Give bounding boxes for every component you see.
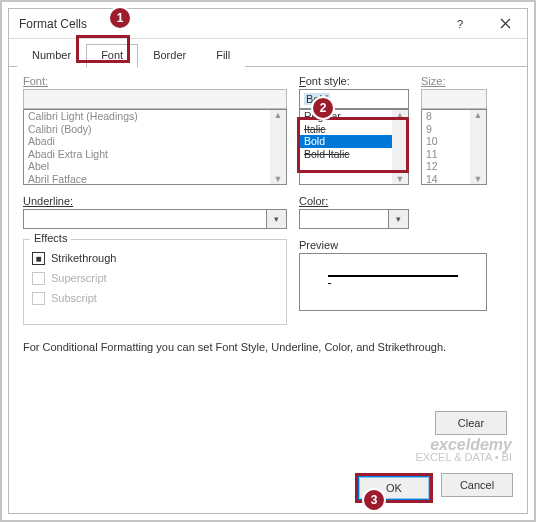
annotation-badge: 1 bbox=[108, 6, 132, 30]
font-input bbox=[23, 89, 287, 109]
titlebar: Format Cells ? bbox=[9, 9, 527, 39]
effects-label: Effects bbox=[30, 232, 71, 244]
format-cells-dialog: Format Cells ? Number Font Border Fill F… bbox=[8, 8, 528, 514]
chevron-down-icon[interactable]: ▾ bbox=[389, 209, 409, 229]
checkbox-icon: ■ bbox=[32, 252, 45, 265]
annotation-badge: 2 bbox=[311, 96, 335, 120]
clear-button[interactable]: Clear bbox=[435, 411, 507, 435]
scrollbar: ▲▼ bbox=[470, 110, 486, 184]
svg-text:?: ? bbox=[457, 18, 463, 30]
subscript-checkbox: Subscript bbox=[32, 288, 278, 308]
preview-box bbox=[299, 253, 487, 311]
superscript-checkbox: Superscript bbox=[32, 268, 278, 288]
list-item: Abril Fatface bbox=[24, 173, 286, 186]
list-item: Calibri Light (Headings) bbox=[24, 110, 286, 123]
font-label: Font: bbox=[23, 75, 287, 87]
underline-label: Underline: bbox=[23, 195, 287, 207]
size-input bbox=[421, 89, 487, 109]
list-item: Calibri (Body) bbox=[24, 123, 286, 136]
preview-sample bbox=[328, 275, 458, 289]
preview-label: Preview bbox=[299, 239, 487, 251]
list-item: Abadi Extra Light bbox=[24, 148, 286, 161]
underline-combo[interactable]: ▾ bbox=[23, 209, 287, 229]
size-list: 8 9 10 11 12 14 ▲▼ bbox=[421, 109, 487, 185]
list-item: Abadi bbox=[24, 135, 286, 148]
dialog-body: Font: Calibri Light (Headings) Calibri (… bbox=[9, 67, 527, 463]
annotation-badge: 3 bbox=[362, 488, 386, 512]
scrollbar[interactable]: ▲▼ bbox=[392, 110, 408, 184]
color-combo[interactable]: ▾ bbox=[299, 209, 409, 229]
dialog-footer: OK Cancel bbox=[9, 463, 527, 513]
font-list: Calibri Light (Headings) Calibri (Body) … bbox=[23, 109, 287, 185]
screenshot-frame: Format Cells ? Number Font Border Fill F… bbox=[0, 0, 536, 522]
tab-fill[interactable]: Fill bbox=[201, 44, 245, 68]
font-style-label: Font style: bbox=[299, 75, 409, 87]
effects-group: Effects ■ Strikethrough Superscript Subs… bbox=[23, 239, 287, 325]
list-item: Abel bbox=[24, 160, 286, 173]
font-style-list[interactable]: Regular Italic Bold Bold Italic ▲▼ bbox=[299, 109, 409, 185]
close-button[interactable] bbox=[483, 10, 527, 38]
color-label: Color: bbox=[299, 195, 409, 207]
chevron-down-icon[interactable]: ▾ bbox=[267, 209, 287, 229]
dialog-title: Format Cells bbox=[19, 17, 87, 31]
tab-font[interactable]: Font bbox=[86, 44, 138, 68]
strikethrough-checkbox[interactable]: ■ Strikethrough bbox=[32, 248, 278, 268]
size-label: Size: bbox=[421, 75, 487, 87]
hint-text: For Conditional Formatting you can set F… bbox=[23, 341, 513, 353]
checkbox-icon bbox=[32, 292, 45, 305]
tab-border[interactable]: Border bbox=[138, 44, 201, 68]
tab-number[interactable]: Number bbox=[17, 44, 86, 68]
scrollbar: ▲▼ bbox=[270, 110, 286, 184]
checkbox-icon bbox=[32, 272, 45, 285]
tab-strip: Number Font Border Fill bbox=[9, 39, 527, 67]
cancel-button[interactable]: Cancel bbox=[441, 473, 513, 497]
help-button[interactable]: ? bbox=[439, 10, 483, 38]
